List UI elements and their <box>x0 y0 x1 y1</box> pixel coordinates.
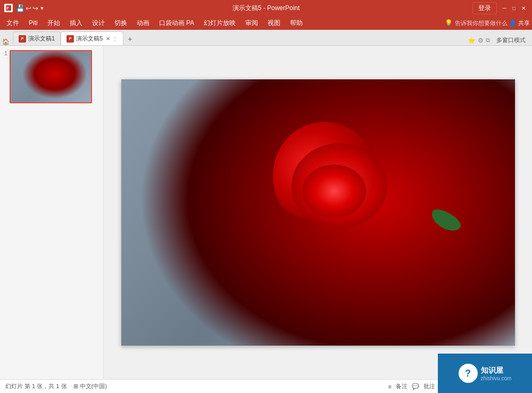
menu-help[interactable]: 帮助 <box>286 17 307 29</box>
close-button[interactable]: ✕ <box>519 4 528 12</box>
window-toggle-icon: ⧉ <box>486 37 490 44</box>
tab-presentation-5[interactable]: P 演示文稿5 ✕ ⋮ <box>61 31 123 45</box>
tab-presentation-1[interactable]: P 演示文稿1 <box>13 31 61 45</box>
notes-icon: ≡ <box>388 383 391 390</box>
watermark: ? 知识屋 zhishivu.com <box>438 354 532 393</box>
tab-add-button[interactable]: + <box>123 32 136 45</box>
svg-text:P: P <box>6 6 9 10</box>
share-button[interactable]: 共享 <box>518 19 530 27</box>
comments-button[interactable]: 批注 <box>423 382 435 390</box>
tab-bar: 🏠 P 演示文稿1 P 演示文稿5 ✕ ⋮ + ⭐ ⚙ ⧉ 多窗口模式 <box>0 30 532 46</box>
language-icon: ⊞ <box>73 383 78 390</box>
title-bar-left: P 💾 ↩ ↪ ▼ <box>4 4 45 12</box>
slide-thumb-content <box>11 51 91 102</box>
multi-window-button[interactable]: 多窗口模式 <box>492 35 530 45</box>
comment-icon: 💬 <box>412 383 419 390</box>
undo-redo-group: 💾 ↩ ↪ ▼ <box>16 4 45 12</box>
menu-insert[interactable]: 插入 <box>65 17 87 29</box>
tab-bar-home: 🏠 <box>2 38 13 45</box>
slide-background <box>121 79 515 346</box>
watermark-brand: 知识屋 zhishivu.com <box>481 366 512 381</box>
undo-icon[interactable]: ↩ <box>26 4 31 12</box>
search-hint[interactable]: 告诉我你想要做什么 <box>455 19 508 27</box>
customize-icon[interactable]: ▼ <box>39 5 45 11</box>
language-label: 中文(中国) <box>80 382 107 390</box>
settings-icon[interactable]: ⚙ <box>478 37 484 44</box>
watermark-site: zhishivu.com <box>481 375 512 381</box>
watermark-question-icon: ? <box>465 368 471 379</box>
maximize-button[interactable]: □ <box>510 4 518 12</box>
minimize-button[interactable]: ─ <box>500 4 509 12</box>
menu-design[interactable]: 设计 <box>88 17 109 29</box>
slide-canvas[interactable] <box>121 79 515 346</box>
redo-icon[interactable]: ↪ <box>32 4 38 12</box>
lightbulb-icon: 💡 <box>444 18 453 28</box>
window-title: 演示文稿5 - PowerPoint <box>232 4 300 13</box>
slide-item-1[interactable]: 1 <box>4 50 99 103</box>
ppt-icon-1: P <box>19 35 26 43</box>
menu-transitions[interactable]: 切换 <box>110 17 131 29</box>
menu-bar: 文件 Piti 开始 插入 设计 切换 动画 口袋动画 PA 幻灯片放映 审阅 … <box>0 16 532 30</box>
menu-slideshow[interactable]: 幻灯片放映 <box>200 17 240 29</box>
menu-piti[interactable]: Piti <box>24 18 42 28</box>
rose-center <box>302 165 366 218</box>
menu-review[interactable]: 审阅 <box>241 17 262 29</box>
menu-view[interactable]: 视图 <box>263 17 285 29</box>
slide-count-info: 幻灯片 第 1 张，共 1 张 <box>5 382 67 390</box>
rose-leaf <box>428 206 463 235</box>
share-icon: 👤 <box>509 20 517 27</box>
menu-file[interactable]: 文件 <box>2 17 23 29</box>
tab-close-button[interactable]: ✕ <box>106 36 110 42</box>
watermark-icon: ? <box>459 364 478 383</box>
tab-label-1: 演示文稿1 <box>28 35 55 43</box>
save-icon[interactable]: 💾 <box>16 4 24 12</box>
slide-thumbnail-1[interactable] <box>10 50 92 103</box>
main-area: 1 <box>0 46 532 379</box>
window-controls: ─ □ ✕ <box>500 4 528 12</box>
star-icon: ⭐ <box>468 37 476 44</box>
menu-animations[interactable]: 动画 <box>132 17 154 29</box>
slide-panel: 1 <box>0 46 104 379</box>
tab-label-5: 演示文稿5 <box>76 35 103 43</box>
menu-home[interactable]: 开始 <box>43 17 64 29</box>
tab-more-button[interactable]: ⋮ <box>112 36 118 42</box>
ribbon-extras: 💡 告诉我你想要做什么 👤 共享 <box>444 18 530 28</box>
language-indicator: ⊞ 中文(中国) <box>73 382 107 390</box>
canvas-area <box>104 46 532 379</box>
ppt-icon-5: P <box>66 35 74 43</box>
title-bar-right: 登录 ─ □ ✕ <box>472 2 528 14</box>
title-bar: P 💾 ↩ ↪ ▼ 演示文稿5 - PowerPoint 登录 ─ □ ✕ <box>0 0 532 16</box>
watermark-brand-name: 知识屋 <box>481 366 512 375</box>
app-icon: P <box>4 4 13 12</box>
menu-pocket-animation[interactable]: 口袋动画 PA <box>155 17 198 29</box>
notes-button[interactable]: 备注 <box>396 382 408 390</box>
tab-bar-right: ⭐ ⚙ ⧉ 多窗口模式 <box>468 35 530 45</box>
login-button[interactable]: 登录 <box>472 2 497 14</box>
slide-number-1: 1 <box>4 50 7 56</box>
